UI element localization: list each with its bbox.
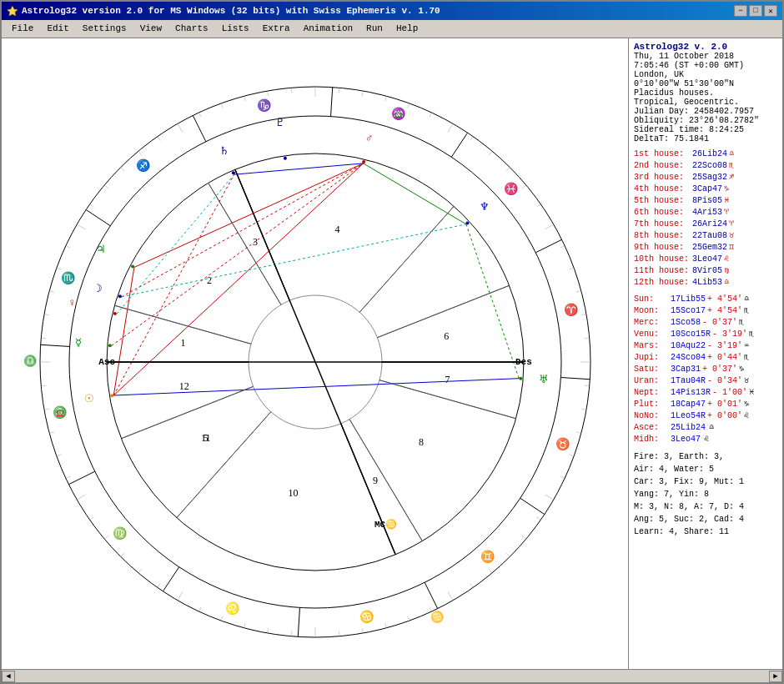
planet-3: Venu:10Sco15R- 3'19'♏ [634, 329, 777, 340]
menu-charts[interactable]: Charts [168, 22, 215, 36]
info-deltat: DeltaT: 75.1841 [634, 134, 777, 143]
stats-line-0: Fire: 3, Earth: 3, [634, 450, 777, 463]
info-sidereal: Sidereal time: 8:24:25 [634, 125, 777, 134]
scroll-left-button[interactable]: ◀ [2, 671, 15, 682]
horizontal-scrollbar[interactable]: ◀ ▶ [2, 669, 782, 682]
title-bar-left: ⭐ Astrolog32 version 2.0 for MS Windows … [7, 6, 440, 17]
house-12: 12th house:4Lib53♎ [634, 277, 777, 289]
house-9: 9th house:25Gem32♊ [634, 242, 777, 254]
minimize-button[interactable]: − [734, 5, 747, 17]
planet-11: Asce:25Lib24♎ [634, 422, 777, 434]
info-date: Thu, 11 October 2018 [634, 52, 777, 61]
maximize-button[interactable]: □ [749, 5, 762, 17]
astrological-chart [7, 38, 624, 669]
info-coords: 0°10'00"W 51°30'00"N [634, 79, 777, 88]
house-8: 8th house:22Tau08♉ [634, 230, 777, 242]
info-mode: Tropical, Geocentric. [634, 98, 777, 107]
info-time: 7:05:46 (ST +0:00 GMT) [634, 61, 777, 70]
info-system: Placidus houses. [634, 88, 777, 98]
menu-run[interactable]: Run [359, 22, 389, 36]
planet-1: Moon:15Sco17+ 4'54'♏ [634, 305, 777, 317]
house-1: 1st house:26Lib24♎ [634, 148, 777, 160]
stats-line-4: M: 3, N: 8, A: 7, D: 4 [634, 500, 777, 513]
houses-list: 1st house:26Lib24♎2nd house:22Sco08♏3rd … [634, 148, 777, 289]
house-11: 11th house:8Vir05♍ [634, 265, 777, 277]
stats-line-5: Ang: 5, Suc: 2, Cad: 4 [634, 513, 777, 526]
stats-line-3: Yang: 7, Yin: 8 [634, 488, 777, 500]
window-title: Astrolog32 version 2.0 for MS Windows (3… [22, 6, 440, 16]
stats-line-1: Air: 4, Water: 5 [634, 463, 777, 475]
planet-10: NoNo:1Leo54R+ 0'00'♌ [634, 410, 777, 422]
house-5: 5th house:8Pis05♓ [634, 195, 777, 207]
planet-6: Satu:3Cap31+ 0'37'♑ [634, 364, 777, 375]
chart-area [2, 38, 628, 669]
house-6: 6th house:4Ari53♈ [634, 207, 777, 219]
planet-4: Mars:10Aqu22- 3'19'♒ [634, 340, 777, 352]
house-4: 4th house:3Cap47♑ [634, 184, 777, 195]
close-button[interactable]: ✕ [764, 5, 777, 17]
planet-5: Jupi:24Sco04+ 0'44'♏ [634, 352, 777, 364]
menu-extra[interactable]: Extra [256, 22, 297, 36]
title-bar: ⭐ Astrolog32 version 2.0 for MS Windows … [2, 2, 782, 20]
stats-list: Fire: 3, Earth: 3,Air: 4, Water: 5Car: 3… [634, 450, 777, 538]
menu-animation[interactable]: Animation [297, 22, 359, 36]
planet-8: Nept:14Pis13R- 1'00'♓ [634, 387, 777, 399]
menu-settings[interactable]: Settings [76, 22, 133, 36]
info-title: Astrolog32 v. 2.0 [634, 42, 777, 52]
planets-list: Sun:17Lib55+ 4'54'♎Moon:15Sco17+ 4'54'♏M… [634, 294, 777, 445]
planet-0: Sun:17Lib55+ 4'54'♎ [634, 294, 777, 305]
house-3: 3rd house:25Sag32♐ [634, 172, 777, 184]
info-panel: Astrolog32 v. 2.0 Thu, 11 October 2018 7… [628, 38, 782, 669]
menu-bar: File Edit Settings View Charts Lists Ext… [2, 20, 782, 38]
house-2: 2nd house:22Sco08♏ [634, 160, 777, 172]
menu-view[interactable]: View [133, 22, 168, 36]
menu-lists[interactable]: Lists [215, 22, 256, 36]
planet-2: Merc:1Sco58- 0'37'♏ [634, 317, 777, 329]
scroll-track[interactable] [15, 671, 769, 682]
main-content: Astrolog32 v. 2.0 Thu, 11 October 2018 7… [2, 38, 782, 669]
title-bar-buttons: − □ ✕ [734, 5, 777, 17]
house-7: 7th house:26Ari24♈ [634, 219, 777, 230]
info-julian: Julian Day: 2458402.7957 [634, 107, 777, 116]
app-icon: ⭐ [7, 6, 18, 17]
scroll-right-button[interactable]: ▶ [769, 671, 782, 682]
stats-line-2: Car: 3, Fix: 9, Mut: 1 [634, 475, 777, 488]
planet-9: Plut:18Cap47+ 0'01'♑ [634, 399, 777, 410]
main-window: ⭐ Astrolog32 version 2.0 for MS Windows … [0, 0, 784, 684]
planet-12: Midh:3Leo47♌ [634, 434, 777, 445]
info-obliquity: Obliquity: 23°26'08.2782" [634, 116, 777, 125]
info-location: London, UK [634, 70, 777, 79]
menu-edit[interactable]: Edit [40, 22, 75, 36]
menu-help[interactable]: Help [389, 22, 425, 36]
house-10: 10th house:3Leo47♌ [634, 254, 777, 265]
stats-line-6: Learn: 4, Share: 11 [634, 526, 777, 538]
planet-7: Uran:1Tau04R- 0'34'♉ [634, 375, 777, 387]
menu-file[interactable]: File [5, 22, 40, 36]
